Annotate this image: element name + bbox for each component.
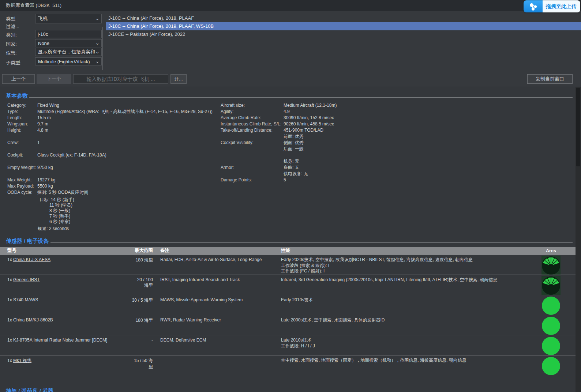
copy-current-window-button[interactable]: 复制当前窗口 (527, 74, 573, 84)
hypothetical-dropdown[interactable]: 显示所有平台，包括真实和 ⌄ (35, 48, 102, 56)
sensor-range-cell: 30 / 5 海里 (132, 295, 153, 315)
sensor-row: 1x S740 MAWS30 / 5 海里MAWS, Missile Appro… (0, 295, 576, 315)
param-row: Max Payload:5500 kg (7, 183, 576, 189)
country-dropdown[interactable]: None ⌄ (35, 39, 102, 47)
param-row: 供电设备: 无 (221, 171, 337, 177)
param-value: 供电设备: 无 (284, 171, 308, 177)
param-label: Take-off/Landing Distance: (221, 127, 284, 133)
param-value: 451-900m TOD/LAD (284, 127, 323, 133)
database-id-input[interactable] (73, 74, 168, 84)
sensor-model-cell: 1x China KLJ-X AESA (7, 255, 132, 275)
sensor-arc-fan-icon (541, 256, 561, 275)
param-label: Crew: (7, 140, 37, 146)
sensor-model-link[interactable]: China BM/KJ-8602B (13, 317, 53, 323)
sensor-qty: 1x (7, 297, 13, 302)
sensor-performance-line: Late 2000s技术, 空中搜索, 水面搜索, 具体的发射器ID (281, 317, 532, 323)
param-value: 9750 kg (37, 165, 53, 171)
param-value: 探测: 5 秒 OODA反应时间 (37, 189, 88, 196)
type-dropdown-value: 飞机 (38, 15, 48, 22)
sensor-model-link[interactable]: Mk1 视线 (13, 358, 31, 363)
previous-button[interactable]: 上一个 (2, 74, 35, 84)
type-label: 类型 (6, 16, 15, 22)
open-button[interactable]: 开... (170, 74, 187, 84)
sensor-performance-cell: Late 2000s技术, 空中搜索, 水面搜索, 具体的发射器ID (281, 315, 532, 335)
next-button[interactable]: 下一个 (37, 74, 71, 84)
hypothetical-label: 假想: (6, 50, 17, 56)
sensor-performance-cell: Early 2010s技术 (281, 295, 532, 315)
sensor-model-link[interactable]: China KLJ-X AESA (13, 257, 50, 262)
filter-group-label: 过滤... (5, 23, 20, 30)
param-value: 4.8 m (37, 127, 48, 133)
col-header-model: 型号 (7, 248, 132, 254)
sensor-performance-cell: Early 2020s技术, 空中搜索, 敌我识别NCTR - NBILST, … (281, 255, 532, 275)
sensor-row: 1x China BM/KJ-8602B180 海里RWR, Radar War… (0, 315, 576, 335)
scrollbar-thumb[interactable] (576, 88, 580, 166)
sensor-qty: 1x (7, 257, 13, 262)
upload-dropzone-button[interactable]: 拖拽至此上传 (524, 0, 580, 12)
ooda-evade-line: 规避: 2 seconds (38, 226, 576, 231)
col-header-note: 备注 (153, 248, 281, 254)
type-dropdown[interactable]: 飞机 ⌄ (35, 14, 102, 23)
aircraft-list-item[interactable]: J-10CE -- Pakistan (Air Force), 2022 (106, 30, 581, 38)
param-value: Glass Cockpit (ex: F-14D, F/A-18A) (37, 152, 106, 158)
sensor-arc-cell (532, 295, 576, 315)
sensor-arc-full-icon (542, 357, 560, 375)
sensor-arc-full-icon (542, 337, 560, 355)
param-label: Agility: (221, 109, 284, 115)
sensor-model-cell: 1x China BM/KJ-8602B (7, 315, 132, 335)
sensors-table-body: 1x China KLJ-X AESA180 海里Radar, FCR, Air… (0, 255, 576, 378)
sensor-qty: 1x (7, 317, 13, 323)
col-header-performance: 性能 (281, 248, 532, 254)
param-row: Instantaneous Climb Rate, S/L:90260 ft/m… (221, 121, 337, 127)
sensor-note-cell: DECM, Defensive ECM (153, 335, 281, 355)
detail-panel: 基本参数 Category:Fixed WingType:Multirole (… (0, 87, 576, 392)
sensor-performance-line: Early 2020s技术, 空中搜索, 敌我识别NCTR - NBILST, … (281, 257, 532, 263)
sensor-note-cell: IRST, Imaging Infrared Search and Track (153, 275, 281, 295)
window-title: 数据库查看器 (DB3K_511) (0, 0, 581, 11)
sensor-range-cell: 180 海里 (132, 255, 153, 275)
param-label: OODA cycle: (7, 189, 37, 196)
param-row: Agility:4.9 (221, 109, 337, 115)
sensor-performance-line: Early 2010s技术 (281, 297, 532, 303)
title-bar: 数据库查看器 (DB3K_511) (0, 0, 581, 11)
sensor-note-cell: Radar, FCR, Air-to-Air & Air-to-Surface,… (153, 255, 281, 275)
sensor-row: 1x China KLJ-X AESA180 海里Radar, FCR, Air… (0, 255, 576, 275)
param-label: Armor: (221, 165, 284, 171)
category-label: 类别: (6, 32, 17, 38)
chevron-down-icon: ⌄ (95, 59, 100, 64)
param-row: 后面: 一般 (221, 146, 337, 152)
param-blank-line (221, 152, 337, 158)
aircraft-list-item[interactable]: J-10C -- China (Air Force), 2019, PLAAF,… (106, 22, 581, 30)
subtype-dropdown[interactable]: Multirole (Fighter/Attack) ⌄ (35, 57, 102, 65)
aircraft-list-item[interactable]: J-10C -- China (Air Force), 2018, PLAAF (106, 14, 581, 22)
basic-params-title: 基本参数 (6, 92, 28, 99)
sensor-qty: 1x (7, 358, 13, 363)
param-label: Average Climb Rate: (221, 115, 284, 121)
sensor-performance-line: 工作波段: H / I / J (281, 343, 532, 349)
sensor-note-cell (153, 355, 281, 378)
param-label: Wingspan: (7, 121, 37, 127)
category-input[interactable] (35, 30, 102, 38)
param-label (221, 133, 284, 140)
country-label: 国家: (6, 41, 17, 48)
sensor-arc-cell (532, 255, 576, 275)
param-label: Type: (7, 109, 37, 115)
sensor-model-link[interactable]: S740 MAWS (13, 297, 38, 302)
section-divider (50, 242, 573, 243)
param-value: 前面: 优秀 (284, 133, 304, 140)
vertical-scrollbar[interactable] (576, 87, 581, 392)
sensor-range-cell: - (132, 335, 153, 355)
sensor-model-link[interactable]: Generic IRST (13, 277, 40, 282)
param-label (221, 158, 284, 165)
param-label: Cockpit: (7, 152, 37, 158)
param-value: 1 (37, 140, 40, 146)
sensor-model-link[interactable]: KJ-8705A Internal Radar Noise Jammer [DE… (13, 338, 107, 343)
param-value: Medium Aircraft (12.1-18m) (284, 102, 337, 109)
hypothetical-dropdown-value: 显示所有平台，包括真实和 (38, 49, 95, 55)
sensor-model-cell: 1x KJ-8705A Internal Radar Noise Jammer … (7, 335, 132, 355)
param-label: Length: (7, 115, 37, 121)
sensors-title: 传感器 / 电子设备 (6, 237, 49, 245)
sensor-arc-cell (532, 315, 576, 335)
param-label (221, 171, 284, 177)
sensor-range-cell: 20 / 100 海里 (132, 275, 153, 295)
